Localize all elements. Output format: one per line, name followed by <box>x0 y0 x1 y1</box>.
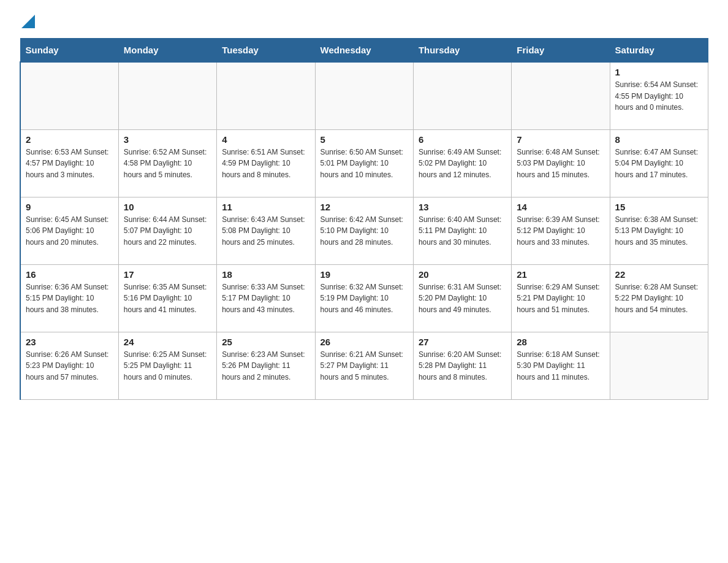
calendar-week-row: 9Sunrise: 6:45 AM Sunset: 5:06 PM Daylig… <box>20 197 708 264</box>
header-monday: Monday <box>118 39 216 63</box>
calendar-day-cell: 27Sunrise: 6:20 AM Sunset: 5:28 PM Dayli… <box>413 332 511 399</box>
calendar-header-row: SundayMondayTuesdayWednesdayThursdayFrid… <box>20 39 708 63</box>
calendar-day-cell: 11Sunrise: 6:43 AM Sunset: 5:08 PM Dayli… <box>217 197 315 264</box>
day-number: 17 <box>124 269 211 280</box>
calendar-day-cell: 1Sunrise: 6:54 AM Sunset: 4:55 PM Daylig… <box>610 62 708 129</box>
day-number: 18 <box>222 269 309 280</box>
day-number: 2 <box>26 134 113 145</box>
day-info: Sunrise: 6:50 AM Sunset: 5:01 PM Dayligh… <box>320 147 408 181</box>
calendar-day-cell: 7Sunrise: 6:48 AM Sunset: 5:03 PM Daylig… <box>512 129 610 197</box>
day-number: 23 <box>26 337 113 347</box>
header-tuesday: Tuesday <box>217 39 315 63</box>
calendar-day-cell: 26Sunrise: 6:21 AM Sunset: 5:27 PM Dayli… <box>315 332 413 399</box>
header-sunday: Sunday <box>20 39 118 63</box>
day-number: 11 <box>222 202 309 212</box>
day-number: 13 <box>419 202 506 212</box>
calendar-day-cell: 10Sunrise: 6:44 AM Sunset: 5:07 PM Dayli… <box>118 197 216 264</box>
day-number: 22 <box>615 269 703 280</box>
day-info: Sunrise: 6:36 AM Sunset: 5:15 PM Dayligh… <box>26 282 113 316</box>
calendar-day-cell: 6Sunrise: 6:49 AM Sunset: 5:02 PM Daylig… <box>413 129 511 197</box>
day-info: Sunrise: 6:39 AM Sunset: 5:12 PM Dayligh… <box>517 214 604 248</box>
day-info: Sunrise: 6:23 AM Sunset: 5:26 PM Dayligh… <box>222 349 309 383</box>
day-info: Sunrise: 6:33 AM Sunset: 5:17 PM Dayligh… <box>222 282 309 316</box>
calendar-week-row: 16Sunrise: 6:36 AM Sunset: 5:15 PM Dayli… <box>20 264 708 332</box>
day-info: Sunrise: 6:32 AM Sunset: 5:19 PM Dayligh… <box>320 282 408 316</box>
day-number: 15 <box>615 202 703 212</box>
calendar-day-cell <box>118 62 216 129</box>
day-info: Sunrise: 6:47 AM Sunset: 5:04 PM Dayligh… <box>615 147 703 181</box>
day-number: 20 <box>419 269 506 280</box>
day-number: 25 <box>222 337 309 347</box>
calendar-day-cell: 25Sunrise: 6:23 AM Sunset: 5:26 PM Dayli… <box>217 332 315 399</box>
calendar-day-cell <box>315 62 413 129</box>
calendar-week-row: 2Sunrise: 6:53 AM Sunset: 4:57 PM Daylig… <box>20 129 708 197</box>
day-number: 12 <box>320 202 408 212</box>
day-number: 27 <box>419 337 506 347</box>
calendar-day-cell: 13Sunrise: 6:40 AM Sunset: 5:11 PM Dayli… <box>413 197 511 264</box>
calendar-day-cell: 4Sunrise: 6:51 AM Sunset: 4:59 PM Daylig… <box>217 129 315 197</box>
day-info: Sunrise: 6:20 AM Sunset: 5:28 PM Dayligh… <box>419 349 506 383</box>
calendar-day-cell: 14Sunrise: 6:39 AM Sunset: 5:12 PM Dayli… <box>512 197 610 264</box>
day-number: 4 <box>222 134 309 145</box>
day-number: 16 <box>26 269 113 280</box>
calendar-day-cell: 24Sunrise: 6:25 AM Sunset: 5:25 PM Dayli… <box>118 332 216 399</box>
page-header <box>20 15 708 27</box>
calendar-day-cell: 18Sunrise: 6:33 AM Sunset: 5:17 PM Dayli… <box>217 264 315 332</box>
calendar-week-row: 1Sunrise: 6:54 AM Sunset: 4:55 PM Daylig… <box>20 62 708 129</box>
day-info: Sunrise: 6:31 AM Sunset: 5:20 PM Dayligh… <box>419 282 506 316</box>
day-number: 24 <box>124 337 211 347</box>
calendar-day-cell <box>512 62 610 129</box>
day-info: Sunrise: 6:35 AM Sunset: 5:16 PM Dayligh… <box>124 282 211 316</box>
day-info: Sunrise: 6:29 AM Sunset: 5:21 PM Dayligh… <box>517 282 604 316</box>
day-number: 5 <box>320 134 408 145</box>
day-number: 14 <box>517 202 604 212</box>
day-number: 8 <box>615 134 703 145</box>
calendar-day-cell: 28Sunrise: 6:18 AM Sunset: 5:30 PM Dayli… <box>512 332 610 399</box>
calendar-day-cell: 22Sunrise: 6:28 AM Sunset: 5:22 PM Dayli… <box>610 264 708 332</box>
day-info: Sunrise: 6:45 AM Sunset: 5:06 PM Dayligh… <box>26 214 113 248</box>
calendar-day-cell: 9Sunrise: 6:45 AM Sunset: 5:06 PM Daylig… <box>20 197 118 264</box>
calendar-day-cell <box>217 62 315 129</box>
header-thursday: Thursday <box>413 39 511 63</box>
day-info: Sunrise: 6:43 AM Sunset: 5:08 PM Dayligh… <box>222 214 309 248</box>
calendar-day-cell: 5Sunrise: 6:50 AM Sunset: 5:01 PM Daylig… <box>315 129 413 197</box>
day-info: Sunrise: 6:51 AM Sunset: 4:59 PM Dayligh… <box>222 147 309 181</box>
calendar-day-cell: 17Sunrise: 6:35 AM Sunset: 5:16 PM Dayli… <box>118 264 216 332</box>
day-info: Sunrise: 6:40 AM Sunset: 5:11 PM Dayligh… <box>419 214 506 248</box>
day-number: 7 <box>517 134 604 145</box>
day-info: Sunrise: 6:48 AM Sunset: 5:03 PM Dayligh… <box>517 147 604 181</box>
day-number: 19 <box>320 269 408 280</box>
calendar-day-cell: 19Sunrise: 6:32 AM Sunset: 5:19 PM Dayli… <box>315 264 413 332</box>
svg-marker-0 <box>21 15 35 28</box>
day-info: Sunrise: 6:38 AM Sunset: 5:13 PM Dayligh… <box>615 214 703 248</box>
calendar-day-cell: 21Sunrise: 6:29 AM Sunset: 5:21 PM Dayli… <box>512 264 610 332</box>
calendar-day-cell <box>20 62 118 129</box>
header-friday: Friday <box>512 39 610 63</box>
day-info: Sunrise: 6:54 AM Sunset: 4:55 PM Dayligh… <box>615 79 703 113</box>
day-number: 10 <box>124 202 211 212</box>
header-saturday: Saturday <box>610 39 708 63</box>
logo <box>20 15 35 27</box>
day-number: 9 <box>26 202 113 212</box>
calendar-day-cell: 3Sunrise: 6:52 AM Sunset: 4:58 PM Daylig… <box>118 129 216 197</box>
day-number: 26 <box>320 337 408 347</box>
calendar-day-cell: 12Sunrise: 6:42 AM Sunset: 5:10 PM Dayli… <box>315 197 413 264</box>
logo-triangle-icon <box>21 15 35 28</box>
calendar-day-cell: 8Sunrise: 6:47 AM Sunset: 5:04 PM Daylig… <box>610 129 708 197</box>
day-info: Sunrise: 6:26 AM Sunset: 5:23 PM Dayligh… <box>26 349 113 383</box>
calendar-week-row: 23Sunrise: 6:26 AM Sunset: 5:23 PM Dayli… <box>20 332 708 399</box>
header-wednesday: Wednesday <box>315 39 413 63</box>
calendar-day-cell: 15Sunrise: 6:38 AM Sunset: 5:13 PM Dayli… <box>610 197 708 264</box>
day-info: Sunrise: 6:42 AM Sunset: 5:10 PM Dayligh… <box>320 214 408 248</box>
day-number: 6 <box>419 134 506 145</box>
day-info: Sunrise: 6:44 AM Sunset: 5:07 PM Dayligh… <box>124 214 211 248</box>
day-info: Sunrise: 6:53 AM Sunset: 4:57 PM Dayligh… <box>26 147 113 181</box>
day-number: 1 <box>615 67 703 77</box>
calendar-day-cell: 2Sunrise: 6:53 AM Sunset: 4:57 PM Daylig… <box>20 129 118 197</box>
calendar-table: SundayMondayTuesdayWednesdayThursdayFrid… <box>20 38 708 400</box>
calendar-day-cell: 16Sunrise: 6:36 AM Sunset: 5:15 PM Dayli… <box>20 264 118 332</box>
calendar-day-cell <box>413 62 511 129</box>
day-info: Sunrise: 6:52 AM Sunset: 4:58 PM Dayligh… <box>124 147 211 181</box>
day-info: Sunrise: 6:18 AM Sunset: 5:30 PM Dayligh… <box>517 349 604 383</box>
day-info: Sunrise: 6:28 AM Sunset: 5:22 PM Dayligh… <box>615 282 703 316</box>
